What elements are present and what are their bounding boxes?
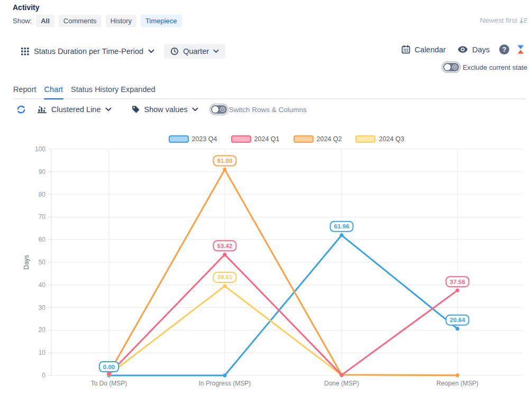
calendar-icon	[401, 45, 410, 54]
series-line	[109, 286, 342, 375]
exclude-current-state-toggle[interactable]	[443, 63, 459, 71]
chevron-down-icon	[192, 107, 198, 112]
legend-item[interactable]: 2023 Q4	[169, 135, 217, 143]
exclude-current-state-row: Exclude current state	[443, 63, 527, 71]
legend-swatch	[169, 135, 189, 143]
chart-legend: 2023 Q4 2024 Q1 2024 Q2 2024 Q3	[51, 135, 521, 143]
legend-label: 2023 Q4	[192, 135, 217, 143]
activity-panel: Activity Show: All Comments History Time…	[0, 0, 532, 395]
svg-text:20.64: 20.64	[450, 317, 465, 323]
data-point	[107, 372, 111, 375]
report-type-label: Status Duration per Time-Period	[34, 47, 143, 56]
data-point	[223, 284, 226, 288]
eye-icon	[457, 45, 468, 53]
timepiece-logo	[517, 44, 525, 54]
x-tick-label: Reopen (MSP)	[436, 380, 478, 387]
legend-item[interactable]: 2024 Q3	[355, 135, 404, 143]
y-tick-label: 60	[39, 236, 46, 243]
period-label: Quarter	[183, 47, 209, 56]
chevron-down-icon	[213, 49, 219, 53]
svg-text:0.00: 0.00	[103, 364, 115, 370]
clock-icon	[170, 47, 179, 56]
hourglass-icon	[517, 44, 525, 54]
filter-timepiece[interactable]: Timepiece	[141, 15, 181, 27]
data-point	[456, 289, 459, 292]
grid-icon	[21, 48, 29, 56]
y-tick-label: 30	[39, 304, 46, 311]
y-axis-title: Days	[23, 255, 30, 269]
help-button[interactable]: ?	[499, 44, 509, 54]
svg-text:61.96: 61.96	[334, 223, 350, 229]
series-line	[109, 170, 457, 375]
period-selector-button[interactable]: Quarter	[164, 44, 225, 59]
sort-descending-icon	[519, 17, 528, 24]
data-point	[340, 234, 343, 237]
y-tick-label: 80	[39, 191, 46, 198]
activity-filter-bar: Show: All Comments History Timepiece	[13, 15, 182, 27]
value-label: 0.00	[99, 362, 118, 372]
bar-chart-icon	[37, 106, 47, 114]
series-line	[109, 235, 457, 375]
tab-status-history-expanded[interactable]: Status History Expanded	[70, 84, 156, 98]
filter-comments[interactable]: Comments	[59, 15, 102, 27]
tag-icon	[132, 105, 140, 114]
report-type-selector[interactable]: Status Duration per Time-Period	[21, 47, 154, 56]
x-tick-label: Done (MSP)	[324, 380, 359, 387]
legend-item[interactable]: 2024 Q2	[293, 135, 342, 143]
chart-type-label: Clustered Line	[51, 105, 101, 114]
data-point	[223, 168, 226, 171]
sort-label: Newest first	[480, 16, 517, 24]
data-point	[456, 327, 459, 330]
value-label: 37.58	[446, 277, 469, 287]
y-tick-label: 40	[39, 281, 46, 289]
tab-chart[interactable]: Chart	[44, 84, 63, 98]
value-label: 20.64	[446, 315, 469, 325]
y-tick-label: 0	[42, 372, 45, 379]
show-label: Show:	[13, 17, 32, 25]
data-point	[456, 374, 459, 377]
line-chart: 0102030405060708090100To Do (MSP)In Prog…	[16, 146, 527, 394]
filter-all[interactable]: All	[36, 15, 54, 27]
unit-selector[interactable]: Days	[457, 45, 490, 54]
value-label: 53.42	[214, 241, 236, 251]
y-tick-label: 70	[39, 213, 46, 221]
tab-report[interactable]: Report	[13, 84, 37, 98]
sort-control[interactable]: Newest first	[480, 16, 528, 24]
y-tick-label: 90	[39, 168, 46, 176]
chart-type-selector[interactable]: Clustered Line	[37, 105, 112, 114]
x-tick-label: In Progress (MSP)	[199, 380, 251, 387]
value-label: 91.00	[214, 156, 236, 166]
question-icon: ?	[499, 44, 509, 54]
toolbar-right: Calendar Days ?	[401, 44, 525, 54]
legend-label: 2024 Q3	[379, 135, 404, 143]
value-label: 39.51	[214, 272, 236, 282]
y-tick-label: 20	[39, 326, 46, 334]
legend-swatch	[355, 135, 375, 143]
switch-rows-columns-label: Switch Rows & Columns	[229, 106, 307, 114]
legend-item[interactable]: 2024 Q1	[231, 135, 280, 143]
page-title: Activity	[13, 3, 40, 12]
y-tick-label: 50	[39, 259, 46, 266]
value-label: 61.96	[331, 222, 353, 232]
legend-swatch	[293, 135, 314, 143]
calendar-button[interactable]: Calendar	[401, 45, 446, 54]
show-values-selector[interactable]: Show values	[132, 105, 198, 114]
refresh-icon[interactable]	[16, 104, 26, 115]
chart-toolbar: Clustered Line Show values Switch Rows &…	[16, 104, 307, 115]
exclude-toggle-label: Exclude current state	[463, 63, 527, 71]
view-tabs: Report Chart Status History Expanded	[13, 84, 526, 99]
calendar-label: Calendar	[415, 45, 446, 54]
legend-label: 2024 Q2	[317, 135, 342, 143]
svg-text:37.58: 37.58	[450, 279, 465, 285]
filter-history[interactable]: History	[106, 15, 136, 27]
svg-text:91.00: 91.00	[217, 158, 233, 164]
y-tick-label: 10	[39, 349, 46, 356]
switch-rows-columns-toggle[interactable]	[211, 105, 227, 114]
legend-label: 2024 Q1	[254, 135, 280, 143]
chevron-down-icon	[148, 49, 154, 53]
x-tick-label: To Do (MSP)	[91, 380, 127, 387]
unit-label: Days	[472, 45, 490, 54]
legend-swatch	[231, 135, 251, 143]
data-point	[223, 374, 226, 377]
y-tick-label: 100	[35, 146, 45, 153]
